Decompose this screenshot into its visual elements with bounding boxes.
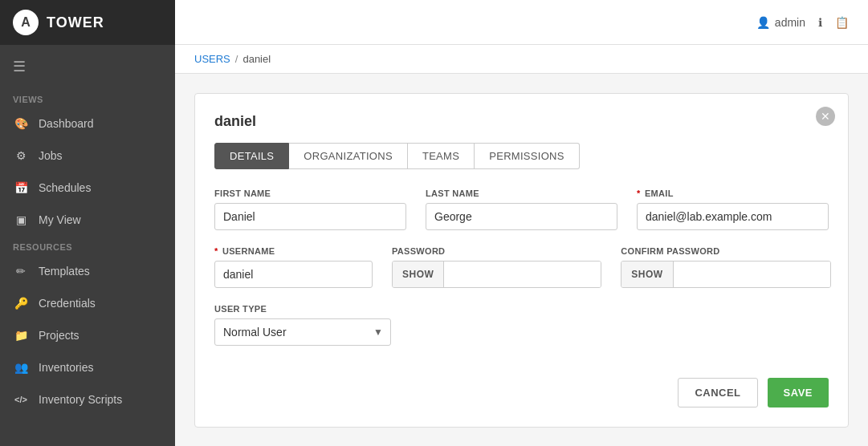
user-icon: 👤 [756,16,770,29]
password-show-button[interactable]: SHOW [393,262,444,287]
tab-teams[interactable]: TEAMS [408,143,475,169]
tab-details[interactable]: DETAILS [214,143,289,169]
first-name-group: FIRST NAME [214,189,406,230]
book-icon: 📋 [835,16,849,29]
email-label: * EMAIL [637,189,829,198]
jobs-icon: ⚙ [13,148,29,164]
admin-user[interactable]: 👤 admin [756,16,805,29]
menu-toggle-icon[interactable]: ☰ [0,45,175,88]
sidebar-item-label: Schedules [39,181,91,194]
credentials-icon: 🔑 [13,295,29,311]
breadcrumb-current: daniel [242,53,271,65]
sidebar: A TOWER ☰ VIEWS 🎨 Dashboard ⚙ Jobs 📅 Sch… [0,0,175,446]
confirm-password-show-button[interactable]: SHOW [621,262,673,287]
password-group: PASSWORD SHOW [392,246,601,288]
first-name-label: FIRST NAME [214,189,406,198]
form-row-1: FIRST NAME LAST NAME * EMAIL [214,189,829,230]
sidebar-item-jobs[interactable]: ⚙ Jobs [0,140,175,172]
sidebar-item-dashboard[interactable]: 🎨 Dashboard [0,107,175,140]
close-icon: ✕ [821,110,830,123]
admin-label: admin [775,16,805,29]
info-icon: ℹ [818,16,822,29]
sidebar-item-schedules[interactable]: 📅 Schedules [0,172,175,204]
email-input[interactable] [637,203,829,230]
user-type-label: USER TYPE [214,304,407,314]
info-button[interactable]: ℹ [818,16,822,29]
username-label: * USERNAME [214,246,373,256]
sidebar-item-label: Inventory Scripts [39,393,122,406]
myview-icon: ▣ [13,212,29,228]
last-name-label: LAST NAME [426,189,617,198]
sidebar-item-inventory-scripts[interactable]: </> Inventory Scripts [0,383,175,416]
templates-icon: ✏ [13,263,29,279]
user-type-group: USER TYPE Normal User System Auditor Sys… [214,304,407,346]
sidebar-item-label: Projects [39,329,79,342]
card-title: daniel [214,113,829,130]
card-close-button[interactable]: ✕ [816,107,835,126]
tab-organizations[interactable]: ORGANIZATIONS [289,143,408,169]
password-input[interactable] [444,262,601,287]
cancel-button[interactable]: CANCEL [678,378,757,407]
inventories-icon: 👥 [13,359,29,375]
breadcrumb-users-link[interactable]: USERS [194,53,230,65]
form-row-2: * USERNAME PASSWORD SHOW CONFIRM PASSWOR… [214,246,829,288]
form-footer: CANCEL SAVE [214,365,829,407]
email-required-star: * [637,189,641,198]
sidebar-item-label: Dashboard [39,117,94,130]
confirm-password-field: SHOW [621,261,830,288]
inventory-scripts-icon: </> [13,391,29,407]
sidebar-item-credentials[interactable]: 🔑 Credentials [0,287,175,319]
email-group: * EMAIL [637,189,829,230]
projects-icon: 📁 [13,327,29,343]
password-label: PASSWORD [392,246,601,256]
last-name-input[interactable] [426,203,617,230]
form-row-3: USER TYPE Normal User System Auditor Sys… [214,304,829,346]
breadcrumb-separator: / [235,53,238,65]
schedules-icon: 📅 [13,180,29,196]
sidebar-item-label: Jobs [39,149,63,162]
main-content: 👤 admin ℹ 📋 USERS / daniel daniel ✕ DETA… [175,0,868,446]
sidebar-item-templates[interactable]: ✏ Templates [0,255,175,287]
topbar: 👤 admin ℹ 📋 [175,0,868,45]
resources-section-label: RESOURCES [0,236,175,255]
first-name-input[interactable] [214,203,406,230]
dashboard-icon: 🎨 [13,116,29,132]
user-detail-card: daniel ✕ DETAILS ORGANIZATIONS TEAMS PER… [194,93,849,428]
username-required-star: * [214,246,218,256]
last-name-group: LAST NAME [426,189,617,230]
sidebar-item-inventories[interactable]: 👥 Inventories [0,351,175,383]
docs-button[interactable]: 📋 [835,16,849,29]
views-section-label: VIEWS [0,88,175,107]
tab-permissions[interactable]: PERMISSIONS [475,143,580,169]
sidebar-header[interactable]: A TOWER [0,0,175,45]
confirm-password-label: CONFIRM PASSWORD [621,246,830,256]
username-input[interactable] [214,261,373,288]
password-field: SHOW [392,261,601,288]
user-type-select-wrapper: Normal User System Auditor System Admini… [214,318,391,346]
breadcrumb: USERS / daniel [175,45,868,74]
app-logo: A [13,10,39,35]
content-area: USERS / daniel daniel ✕ DETAILS ORGANIZA… [175,45,868,446]
confirm-password-input[interactable] [674,262,830,287]
sidebar-item-my-view[interactable]: ▣ My View [0,204,175,236]
sidebar-item-label: My View [39,213,81,226]
username-group: * USERNAME [214,246,373,288]
app-brand: TOWER [47,14,104,31]
sidebar-item-projects[interactable]: 📁 Projects [0,319,175,351]
detail-tabs: DETAILS ORGANIZATIONS TEAMS PERMISSIONS [214,143,829,169]
sidebar-item-label: Inventories [39,361,93,374]
sidebar-item-label: Templates [39,265,90,278]
confirm-password-group: CONFIRM PASSWORD SHOW [621,246,830,288]
save-button[interactable]: SAVE [768,378,829,407]
user-type-select[interactable]: Normal User System Auditor System Admini… [214,318,391,346]
sidebar-item-label: Credentials [39,297,96,310]
